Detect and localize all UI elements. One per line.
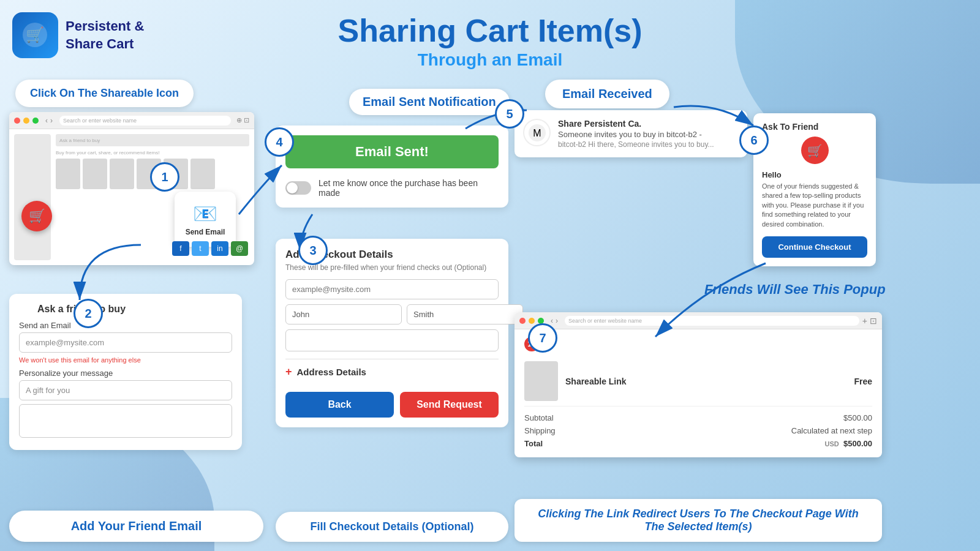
dot-red <box>14 118 20 124</box>
step-circle-2: 2 <box>74 299 103 328</box>
shipping-row: Shipping Calculated at next step <box>524 424 872 437</box>
email-sent-notification-label: Email Sent Notification <box>349 89 510 115</box>
share-btn-li[interactable]: in <box>211 241 228 256</box>
ask-body-text: One of your friends suggested & shared a… <box>762 182 867 229</box>
product-price: Free <box>854 377 872 386</box>
gmail-title: Share Persistent Ca. <box>558 119 714 129</box>
usd-label: USD <box>825 440 839 448</box>
send-email-form-label: Send an Email <box>19 321 232 330</box>
product-row: Shareable Link Free <box>524 356 872 407</box>
total-value: $500.00 <box>843 439 872 448</box>
toggle-label: Let me know once the purchase has been m… <box>318 178 499 198</box>
share-btn-tw[interactable]: t <box>192 241 209 256</box>
dot-green <box>32 118 39 124</box>
gmail-preview: bitcot-b2 Hi there, Someone invites you … <box>558 140 714 149</box>
shipping-label: Shipping <box>524 426 556 435</box>
product-thumbnail <box>524 361 558 401</box>
cart-button[interactable]: 🛒 <box>21 201 52 231</box>
fill-checkout-label: Fill Checkout Details (Optional) <box>276 512 508 542</box>
ask-friend-title: Ask a friend to buy <box>37 304 232 315</box>
shipping-value: Calculated at next step <box>791 426 872 435</box>
step7-icons: +⊡ <box>862 316 877 326</box>
gmail-content: Share Persistent Ca. Someone invites you… <box>558 119 714 149</box>
send-request-button[interactable]: Send Request <box>400 392 499 418</box>
message-body-input[interactable] <box>19 404 232 438</box>
gmail-icon: M <box>523 119 551 146</box>
message-subject-input[interactable] <box>19 380 232 400</box>
total-label: Total <box>524 439 543 448</box>
send-email-box[interactable]: 📧 Send Email <box>175 192 236 247</box>
step-circle-7: 7 <box>528 323 557 353</box>
product-item <box>110 159 134 189</box>
checkout-extra-input[interactable] <box>285 329 499 351</box>
step7-browser: ‹› Search or enter website name +⊡ 13 Sh… <box>514 312 882 457</box>
sub-title: Through an Email <box>338 50 643 70</box>
step-circle-5: 5 <box>495 99 524 129</box>
ask-to-friend-title: Ask To Friend <box>762 122 867 132</box>
plus-icon: + <box>285 365 292 378</box>
browser-nav: ‹› <box>45 116 53 125</box>
ask-to-friend-popup: Ask To Friend 🛒 Hello One of your friend… <box>753 113 876 266</box>
step-circle-3: 3 <box>298 236 328 265</box>
logo-area: 🛒 Persistent & Share Cart <box>12 12 144 58</box>
logo-icon: 🛒 <box>12 12 58 58</box>
subtotal-row: Subtotal $500.00 <box>524 411 872 424</box>
page-header-bar: Ask a friend to buy <box>56 134 249 146</box>
step-circle-4: 4 <box>265 127 294 157</box>
share-btn-em[interactable]: @ <box>231 241 248 256</box>
address-details-label: Address Details <box>297 367 366 377</box>
gmail-sub: Someone invites you to buy in bitcot-b2 … <box>558 130 714 139</box>
step7-dot-yellow <box>529 318 535 324</box>
friend-email-input[interactable] <box>19 332 232 353</box>
step7-content: 13 Shareable Link Free Subtotal $500.00 … <box>514 329 882 457</box>
add-friend-email-label: Add Your Friend Email <box>9 511 263 542</box>
step7-bar: ‹› Search or enter website name +⊡ <box>514 312 882 329</box>
ask-friend-red-icon: 🛒 <box>801 137 829 164</box>
subtotal-label: Subtotal <box>524 413 554 422</box>
browser-url: Search or enter website name <box>59 116 231 126</box>
address-details-row: + Address Details <box>285 359 499 384</box>
step7-dot-red <box>519 318 526 324</box>
send-email-label: Send Email <box>186 228 225 236</box>
back-button[interactable]: Back <box>285 392 394 418</box>
step7-nav: ‹› <box>551 317 558 325</box>
totals-area: Subtotal $500.00 Shipping Calculated at … <box>524 411 872 450</box>
header-title-area: Sharing Cart Item(s) Through an Email <box>338 12 643 70</box>
email-sent-notif-wrapper: Email Sent Notification <box>312 89 510 115</box>
product-item <box>56 159 80 189</box>
ask-hello: Hello <box>762 170 867 179</box>
email-sent-button: Email Sent! <box>285 135 499 168</box>
purchase-notification-toggle[interactable] <box>285 181 311 195</box>
checkout-name-row <box>285 304 499 324</box>
checkout-buttons: Back Send Request <box>285 392 499 418</box>
svg-text:🛒: 🛒 <box>26 26 44 43</box>
ask-friend-panel: Ask a friend to buy Send an Email We won… <box>9 294 242 450</box>
clicking-redirect-label: Clicking The Link Redirect Users To The … <box>514 499 882 542</box>
gmail-notification: M Share Persistent Ca. Someone invites y… <box>514 110 747 157</box>
add-checkout-sub: These will be pre-filled when your frien… <box>285 263 499 272</box>
friends-popup-label: Friends Will See This Popup <box>704 282 886 298</box>
total-row: Total USD $500.00 <box>524 437 872 450</box>
step-circle-6: 6 <box>739 126 769 155</box>
email-received-label: Email Received <box>545 80 669 108</box>
share-btn-fb[interactable]: f <box>172 241 189 256</box>
click-shareable-label: Click On The Shareable Icon <box>15 80 194 107</box>
toggle-row: Let me know once the purchase has been m… <box>285 178 499 198</box>
product-name: Shareable Link <box>565 377 627 386</box>
share-buttons-row: f t in @ <box>172 241 248 256</box>
step4-box: Email Sent! Let me know once the purchas… <box>276 126 508 208</box>
checkout-email-input[interactable] <box>285 279 499 299</box>
main-title: Sharing Cart Item(s) <box>338 12 643 49</box>
page-sidebar <box>14 134 51 260</box>
personalize-label: Personalize your message <box>19 369 232 378</box>
step7-url: Search or enter website name <box>565 316 859 326</box>
continue-checkout-button[interactable]: Continue Checkout <box>762 236 867 258</box>
product-item <box>190 159 215 189</box>
checkout-first-name[interactable] <box>285 304 402 324</box>
step7-dot-green <box>538 318 544 324</box>
header: 🛒 Persistent & Share Cart Sharing Cart I… <box>0 12 980 70</box>
step3-box: Add Checkout Details These will be pre-f… <box>276 239 508 427</box>
cart-badge-row: 13 <box>524 337 872 351</box>
checkout-last-name[interactable] <box>407 304 523 324</box>
step1-section: Click On The Shareable Icon ‹› Search or… <box>9 80 254 265</box>
